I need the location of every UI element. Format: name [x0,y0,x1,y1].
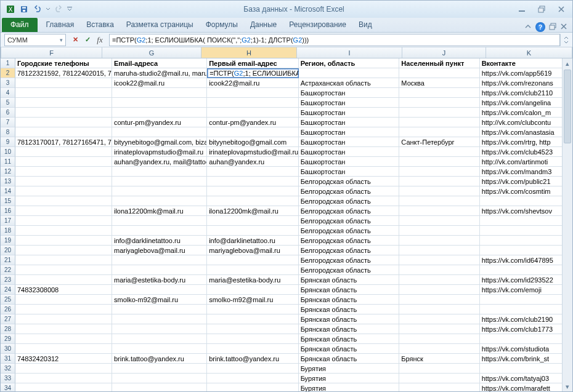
cell[interactable]: 74832308008 [15,285,112,295]
cell[interactable] [399,285,479,295]
cell[interactable]: Городские телефоны [15,58,112,68]
cell[interactable] [15,344,112,354]
cell[interactable]: https://vk.com/id293522 [480,275,563,285]
cell[interactable]: Бурятия [299,364,400,374]
cell[interactable] [480,265,563,275]
cell[interactable]: Башкортостан [299,157,400,167]
cell[interactable]: Башкортостан [299,127,400,137]
cell[interactable] [207,196,298,206]
cell[interactable] [207,265,298,275]
cell[interactable] [399,147,479,157]
cell[interactable]: https://vk.com/marafett [480,383,563,391]
cell[interactable] [207,305,298,314]
cell[interactable]: Населенный пункт [399,58,479,68]
cell[interactable] [399,324,479,334]
cell[interactable]: https://vk.com/studiota [480,344,563,354]
expand-formula-bar-icon[interactable] [560,34,571,46]
cell[interactable]: maria@estetika-body.ru [112,275,207,285]
cell[interactable] [112,374,207,383]
cell[interactable]: Башкортостан [299,167,400,177]
cell[interactable]: https://vk.com/calon_m [480,108,563,118]
cell[interactable] [15,374,112,383]
cell[interactable]: Брянская область [299,275,400,285]
cell[interactable] [480,236,563,246]
cell[interactable]: https://vk.com/rtrg, http [480,137,563,147]
save-icon[interactable] [18,3,30,15]
cell[interactable] [112,364,207,374]
row-header[interactable]: 4 [1,88,15,98]
row-header[interactable]: 25 [1,295,15,305]
cell[interactable] [399,186,479,196]
cell[interactable] [112,98,207,108]
cell[interactable]: https://vk.com/emoji [480,285,563,295]
cell[interactable] [15,88,112,98]
cell[interactable] [15,118,112,127]
cell[interactable] [112,383,207,391]
cell[interactable] [207,98,298,108]
undo-icon[interactable] [31,3,44,15]
row-header[interactable]: 12 [1,167,15,177]
cell[interactable] [399,236,479,246]
cell[interactable] [15,78,112,88]
cell[interactable] [112,314,207,324]
cell[interactable]: https://vk.com/id647895 [480,255,563,265]
qat-customize-icon[interactable] [66,3,73,15]
row-header[interactable]: 31 [1,354,15,364]
cell[interactable] [15,186,112,196]
cell[interactable]: Белгородская область [299,255,400,265]
accept-icon[interactable]: ✓ [82,34,93,46]
row-header[interactable]: 5 [1,98,15,108]
cell[interactable] [15,216,112,226]
help-icon[interactable]: ? [535,22,545,32]
cell[interactable] [112,255,207,265]
cell[interactable] [399,344,479,354]
cell[interactable] [399,196,479,206]
cell[interactable]: Белгородская область [299,226,400,236]
row-header[interactable]: 15 [1,196,15,206]
cell[interactable] [15,147,112,157]
row-header[interactable]: 34 [1,383,15,391]
row-header[interactable]: 22 [1,265,15,275]
row-header[interactable]: 17 [1,216,15,226]
cell[interactable]: irinateplovapmstudio@mail.ru [207,147,298,157]
cell[interactable] [207,364,298,374]
cell[interactable]: https://vk.com/app5619 [480,68,563,78]
cell[interactable]: Брянская область [299,344,400,354]
cell[interactable] [112,177,207,186]
cell[interactable] [480,216,563,226]
cell[interactable] [207,285,298,295]
cell[interactable] [480,226,563,236]
close-icon[interactable] [554,4,569,14]
cell[interactable] [15,246,112,255]
cell[interactable]: Вконтакте [480,58,563,68]
cell[interactable]: https://vk.com/public21 [480,177,563,186]
cell[interactable] [480,246,563,255]
cell[interactable] [399,383,479,391]
cell[interactable] [399,246,479,255]
cell[interactable] [15,127,112,137]
cell[interactable]: =ПСТР(G2;1; ЕСЛИОШИБКА( ПОИСК(",";G2;1)-… [207,68,298,78]
cell[interactable]: icook22@mail.ru [112,78,207,88]
restore-icon[interactable] [534,4,549,14]
cell[interactable] [15,383,112,391]
cell[interactable] [480,334,563,344]
ribbon-minimize-icon[interactable] [524,23,532,31]
cell[interactable]: Башкортостан [299,147,400,157]
cell[interactable]: info@darklinetattoo.ru [112,236,207,246]
cell[interactable] [15,167,112,177]
cell[interactable] [399,118,479,127]
cell[interactable]: https://vk.com/tatyaj03 [480,374,563,383]
cell[interactable] [112,334,207,344]
cell[interactable] [399,177,479,186]
cell[interactable] [112,305,207,314]
cell[interactable]: Бурятия [299,383,400,391]
cell[interactable]: Белгородская область [299,206,400,216]
cell[interactable]: Первый email-адрес [207,58,298,68]
cell[interactable]: contur-pm@yandex.ru [112,118,207,127]
cell[interactable] [480,196,563,206]
cell[interactable]: Белгородская область [299,265,400,275]
cell[interactable]: smolko-m92@mail.ru [112,295,207,305]
formula-input[interactable]: =ПСТР(G2;1; ЕСЛИОШИБКА( ПОИСК(",";G2;1)-… [109,34,560,46]
row-header[interactable]: 30 [1,344,15,354]
cell[interactable]: Белгородская область [299,186,400,196]
